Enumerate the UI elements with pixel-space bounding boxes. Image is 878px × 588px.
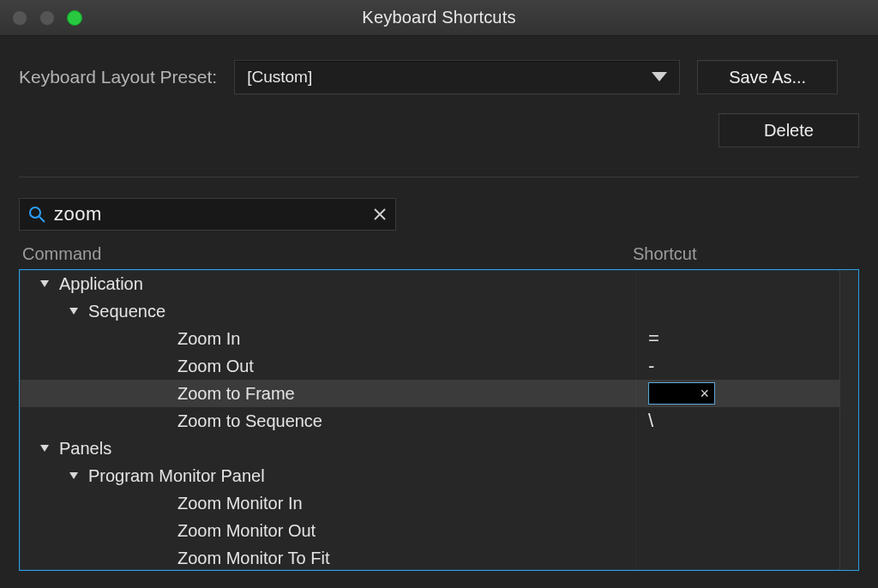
command-label: Zoom Monitor In: [177, 494, 303, 513]
window-zoom[interactable]: [67, 10, 82, 26]
col-shortcut[interactable]: Shortcut: [633, 244, 856, 264]
shortcuts-panel: Command Shortcut ApplicationSequenceZoom…: [19, 177, 859, 571]
command-cell: Panels: [20, 435, 635, 462]
command-cell: Zoom Monitor In: [20, 489, 635, 517]
table-row[interactable]: Sequence: [20, 297, 858, 325]
disclosure-triangle-icon[interactable]: [35, 443, 54, 453]
preset-value: [Custom]: [247, 68, 312, 87]
shortcut-cell[interactable]: [635, 435, 858, 462]
table-row[interactable]: Zoom Out-: [20, 352, 858, 380]
table-row[interactable]: Zoom Monitor In: [20, 489, 858, 517]
clear-search-icon[interactable]: [373, 207, 387, 221]
shortcut-value: =: [648, 327, 659, 350]
svg-marker-0: [652, 72, 667, 81]
shortcut-value: -: [648, 355, 654, 377]
disclosure-triangle-icon[interactable]: [64, 306, 83, 316]
command-cell: Zoom In: [20, 325, 635, 352]
shortcut-cell[interactable]: [635, 544, 858, 571]
delete-label: Delete: [764, 121, 814, 141]
table-row[interactable]: Zoom In=: [20, 325, 858, 352]
vertical-scrollbar[interactable]: [839, 270, 858, 570]
shortcuts-table: Command Shortcut ApplicationSequenceZoom…: [19, 244, 859, 571]
command-cell: Application: [20, 270, 635, 297]
command-cell: Program Monitor Panel: [20, 462, 635, 489]
shortcut-cell[interactable]: [635, 297, 858, 325]
search-field[interactable]: [19, 198, 396, 231]
top-controls: Keyboard Layout Preset: [Custom] Save As…: [0, 36, 878, 156]
command-cell: Sequence: [20, 297, 635, 325]
window-title: Keyboard Shortcuts: [362, 8, 515, 27]
close-icon[interactable]: ×: [700, 386, 709, 401]
chevron-down-icon: [652, 72, 667, 82]
window-controls: [12, 10, 82, 26]
shortcut-cell[interactable]: \: [635, 407, 858, 435]
delete-button[interactable]: Delete: [719, 113, 859, 147]
table-body: ApplicationSequenceZoom In=Zoom Out-Zoom…: [19, 269, 859, 571]
shortcut-value: \: [648, 410, 653, 432]
table-row[interactable]: Zoom Monitor Out: [20, 517, 858, 544]
shortcut-cell[interactable]: ×: [635, 380, 858, 407]
disclosure-triangle-icon[interactable]: [35, 279, 54, 289]
search-input[interactable]: [54, 203, 364, 225]
svg-marker-8: [69, 472, 78, 479]
window-close[interactable]: [12, 10, 27, 26]
command-cell: Zoom Monitor Out: [20, 517, 635, 544]
command-label: Zoom Monitor Out: [177, 521, 316, 541]
table-row[interactable]: Application: [20, 270, 858, 297]
shortcut-cell[interactable]: -: [635, 352, 858, 380]
shortcut-cell[interactable]: [635, 270, 858, 297]
svg-line-2: [39, 217, 45, 222]
svg-marker-6: [69, 308, 78, 315]
svg-marker-5: [40, 280, 49, 287]
table-row[interactable]: Zoom Monitor To Fit: [20, 544, 858, 571]
command-label: Zoom Monitor To Fit: [177, 549, 329, 568]
command-cell: Zoom to Frame: [20, 380, 635, 407]
table-row[interactable]: Panels: [20, 435, 858, 462]
command-cell: Zoom Out: [20, 352, 635, 380]
shortcut-cell[interactable]: [635, 517, 858, 544]
save-as-label: Save As...: [729, 68, 806, 87]
svg-marker-7: [40, 445, 49, 452]
table-row[interactable]: Zoom to Sequence\: [20, 407, 858, 435]
disclosure-triangle-icon[interactable]: [64, 471, 83, 481]
command-label: Sequence: [88, 302, 165, 321]
command-label: Application: [59, 274, 143, 294]
command-label: Panels: [59, 439, 111, 459]
command-cell: Zoom Monitor To Fit: [20, 544, 635, 571]
command-label: Zoom to Sequence: [177, 411, 322, 431]
shortcut-cell[interactable]: [635, 462, 858, 489]
command-label: Zoom In: [177, 329, 240, 349]
shortcut-cell[interactable]: [635, 489, 858, 517]
table-row[interactable]: Program Monitor Panel: [20, 462, 858, 489]
shortcut-edit-field[interactable]: ×: [648, 382, 715, 405]
save-as-button[interactable]: Save As...: [697, 60, 838, 94]
command-label: Program Monitor Panel: [88, 466, 265, 486]
titlebar: Keyboard Shortcuts: [0, 0, 878, 36]
search-icon: [28, 206, 45, 223]
table-header: Command Shortcut: [19, 244, 859, 269]
col-command[interactable]: Command: [22, 244, 633, 264]
command-label: Zoom Out: [177, 357, 254, 376]
preset-dropdown[interactable]: [Custom]: [234, 60, 680, 94]
shortcut-cell[interactable]: =: [635, 325, 858, 352]
svg-point-1: [30, 207, 40, 218]
preset-label: Keyboard Layout Preset:: [19, 67, 217, 87]
table-row[interactable]: Zoom to Frame×: [20, 380, 858, 407]
window-minimize[interactable]: [39, 10, 55, 26]
command-cell: Zoom to Sequence: [20, 407, 635, 435]
command-label: Zoom to Frame: [177, 384, 295, 404]
